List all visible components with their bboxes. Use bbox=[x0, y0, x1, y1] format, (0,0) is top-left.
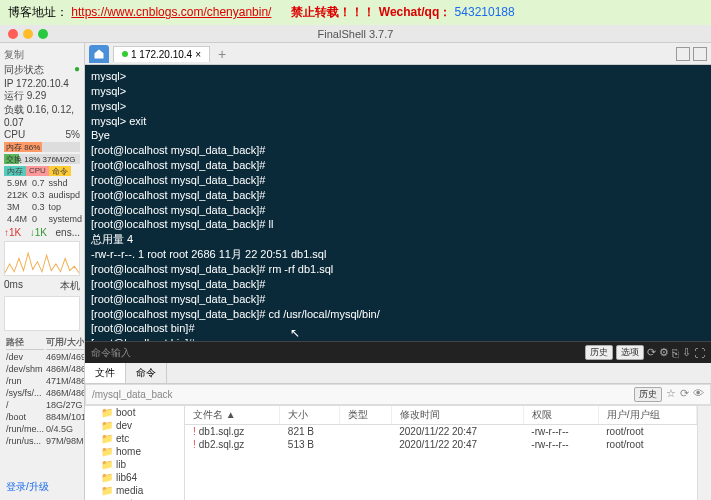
fs-row: /dev/shm486M/486M bbox=[6, 364, 85, 374]
terminal-line: [root@localhost mysql_data_back]# bbox=[91, 188, 705, 203]
terminal-line: mysql> bbox=[91, 69, 705, 84]
sync-status: 同步状态 bbox=[4, 63, 44, 77]
net-up: ↑1K bbox=[4, 227, 21, 238]
fs-row: /18G/27G bbox=[6, 400, 85, 410]
fs-row: /run/me...0/4.5G bbox=[6, 424, 85, 434]
fs-row: /sys/fs/...486M/486M bbox=[6, 388, 85, 398]
close-tab-icon[interactable]: × bbox=[195, 49, 201, 60]
file-list[interactable]: 文件名 ▲ 大小 类型 修改时间 权限 用户/用户组 !db1.sql.gz82… bbox=[185, 406, 697, 500]
terminal-line: [root@localhost bin]# bbox=[91, 321, 705, 336]
tree-node[interactable]: 📁lib64 bbox=[85, 471, 184, 484]
mem-bar: 内存 86% 818M/972M bbox=[4, 142, 80, 152]
history-button[interactable]: 历史 bbox=[585, 345, 613, 360]
window-title: FinalShell 3.7.7 bbox=[318, 28, 394, 40]
col-owner[interactable]: 用户/用户组 bbox=[598, 406, 696, 425]
tree-node[interactable]: 📁etc bbox=[85, 432, 184, 445]
scrollbar[interactable] bbox=[697, 406, 711, 500]
path-history-button[interactable]: 历史 bbox=[634, 387, 662, 402]
options-button[interactable]: 选项 bbox=[616, 345, 644, 360]
fs-row: /boot884M/1014M bbox=[6, 412, 85, 422]
fs-row: /run/us...97M/98M bbox=[6, 436, 85, 446]
minimize-icon[interactable] bbox=[23, 29, 33, 39]
sidebar: 复制 同步状态● IP 172.20.10.4 运行 9.29 负载 0.16,… bbox=[0, 43, 85, 500]
latency-chart bbox=[4, 296, 80, 331]
net-if: ens... bbox=[56, 227, 80, 238]
eye-icon[interactable]: 👁 bbox=[693, 387, 704, 402]
download-icon[interactable]: ⇩ bbox=[682, 346, 691, 359]
cog-icon[interactable]: ⚙ bbox=[659, 346, 669, 359]
tab-file[interactable]: 文件 bbox=[85, 363, 126, 383]
terminal-line: [root@localhost mysql_data_back]# cd /us… bbox=[91, 307, 705, 322]
file-row[interactable]: !db2.sql.gz513 B2020/11/22 20:47-rw-r--r… bbox=[185, 438, 697, 451]
file-row[interactable]: !db1.sql.gz821 B2020/11/22 20:47-rw-r--r… bbox=[185, 425, 697, 439]
net-rate2: 本机 bbox=[60, 279, 80, 293]
net-rate1: 0ms bbox=[4, 279, 23, 293]
terminal-line: [root@localhost mysql_data_back]# bbox=[91, 158, 705, 173]
file-tree[interactable]: 📁boot📁dev📁etc📁home📁lib📁lib64📁media📁mnt📁m… bbox=[85, 406, 185, 500]
col-type[interactable]: 类型 bbox=[339, 406, 391, 425]
blog-banner: 博客地址： https://www.cnblogs.com/chenyanbin… bbox=[0, 0, 711, 25]
blog-url[interactable]: https://www.cnblogs.com/chenyanbin/ bbox=[71, 5, 271, 19]
copy-icon[interactable]: ⎘ bbox=[672, 347, 679, 359]
tab-bar: 1 172.20.10.4 × + bbox=[85, 43, 711, 65]
refresh-path-icon[interactable]: ⟳ bbox=[680, 387, 689, 402]
terminal-line: [root@localhost mysql_data_back]# ll bbox=[91, 217, 705, 232]
terminal-line: [root@localhost mysql_data_back]# rm -rf… bbox=[91, 262, 705, 277]
command-input-bar: 命令输入 历史 选项 ⟳ ⚙ ⎘ ⇩ ⛶ bbox=[85, 341, 711, 363]
cpu-mini-tabs[interactable]: 内存CPU命令 bbox=[4, 166, 80, 176]
tree-node[interactable]: 📁dev bbox=[85, 419, 184, 432]
tab-session-1[interactable]: 1 172.20.10.4 × bbox=[113, 46, 210, 62]
fs-row: /dev469M/469M bbox=[6, 352, 85, 362]
tree-node[interactable]: 📁media bbox=[85, 484, 184, 497]
terminal-line: mysql> bbox=[91, 84, 705, 99]
contact-label: Wechat/qq： bbox=[379, 5, 451, 19]
close-icon[interactable] bbox=[8, 29, 18, 39]
maximize-icon[interactable] bbox=[38, 29, 48, 39]
star-icon[interactable]: ☆ bbox=[666, 387, 676, 402]
copy-link[interactable]: 复制 bbox=[4, 48, 24, 62]
cpu-label: CPU bbox=[4, 129, 25, 140]
terminal-line: mysql> exit bbox=[91, 114, 705, 129]
tree-node[interactable]: 📁lib bbox=[85, 458, 184, 471]
layout-icon[interactable] bbox=[676, 47, 690, 61]
tab-cmd[interactable]: 命令 bbox=[126, 363, 167, 383]
terminal-line: 总用量 4 bbox=[91, 232, 705, 247]
col-name[interactable]: 文件名 ▲ bbox=[185, 406, 280, 425]
process-row: 3M0.3top bbox=[6, 202, 83, 212]
add-tab-button[interactable]: + bbox=[214, 46, 230, 62]
terminal-line: [root@localhost mysql_data_back]# bbox=[91, 203, 705, 218]
terminal-line: [root@localhost mysql_data_back]# bbox=[91, 173, 705, 188]
terminal-line: mysql> bbox=[91, 99, 705, 114]
path-text[interactable]: /mysql_data_back bbox=[92, 389, 173, 400]
contact-value: 543210188 bbox=[455, 5, 515, 19]
col-size[interactable]: 大小 bbox=[280, 406, 339, 425]
tree-node[interactable]: 📁home bbox=[85, 445, 184, 458]
col-perm[interactable]: 权限 bbox=[523, 406, 598, 425]
refresh-icon[interactable]: ⟳ bbox=[647, 346, 656, 359]
net-down: ↓1K bbox=[30, 227, 47, 238]
process-row: 4.4M0systemd bbox=[6, 214, 83, 224]
cpu-val: 5% bbox=[66, 129, 80, 140]
tree-node[interactable]: 📁boot bbox=[85, 406, 184, 419]
file-manager: 📁boot📁dev📁etc📁home📁lib📁lib64📁media📁mnt📁m… bbox=[85, 405, 711, 500]
login-link[interactable]: 登录/升级 bbox=[6, 480, 49, 494]
path-bar: /mysql_data_back 历史 ☆ ⟳ 👁 bbox=[85, 384, 711, 405]
file-tabs: 文件 命令 bbox=[85, 363, 711, 384]
expand-icon[interactable]: ⛶ bbox=[694, 347, 705, 359]
layout-icon-2[interactable] bbox=[693, 47, 707, 61]
terminal[interactable]: mysql>mysql>mysql>mysql> exitBye[root@lo… bbox=[85, 65, 711, 341]
banner-prefix: 博客地址： bbox=[8, 5, 68, 19]
process-row: 212K0.3audispd bbox=[6, 190, 83, 200]
network-chart bbox=[4, 241, 80, 276]
cmd-placeholder[interactable]: 命令输入 bbox=[91, 346, 131, 360]
home-icon[interactable] bbox=[89, 45, 109, 63]
window-titlebar: FinalShell 3.7.7 bbox=[0, 25, 711, 43]
col-mtime[interactable]: 修改时间 bbox=[391, 406, 523, 425]
process-row: 5.9M0.7sshd bbox=[6, 178, 83, 188]
process-table: 5.9M0.7sshd212K0.3audispd3M0.3top4.4M0sy… bbox=[4, 176, 85, 226]
terminal-line: [root@localhost mysql_data_back]# bbox=[91, 143, 705, 158]
ip-label: IP 172.20.10.4 bbox=[4, 78, 80, 89]
terminal-line: Bye bbox=[91, 128, 705, 143]
banner-warn: 禁止转载！！！ bbox=[291, 5, 375, 19]
terminal-line: -rw-r--r--. 1 root root 2686 11月 22 20:5… bbox=[91, 247, 705, 262]
